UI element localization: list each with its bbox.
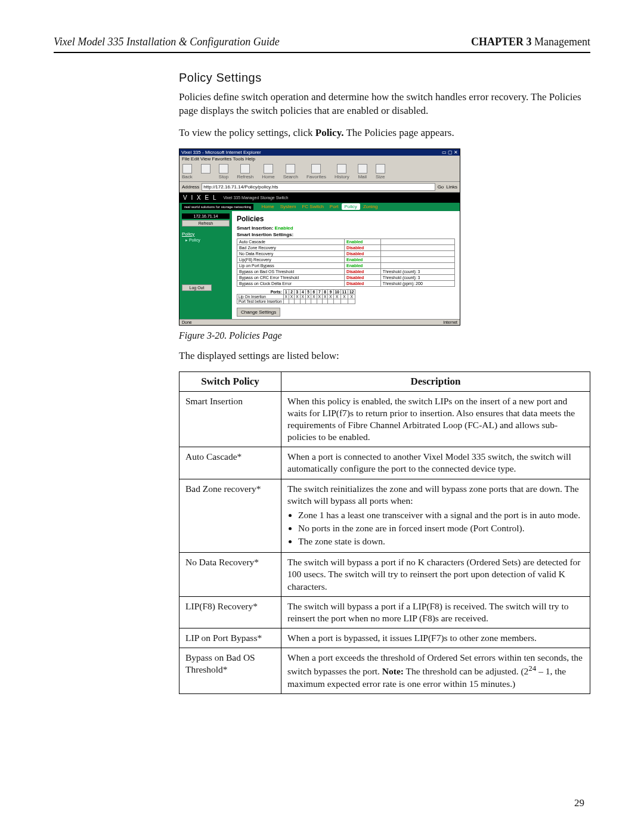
policy-name-cell: LIP(F8) Recovery* xyxy=(179,596,281,628)
policy-name-cell: Auto Cascade* xyxy=(179,447,281,479)
sidebar-section-policy[interactable]: Policy xyxy=(182,231,230,237)
toolbar-refresh-button[interactable]: Refresh xyxy=(237,164,253,179)
toolbar-icon xyxy=(311,164,321,174)
toolbar-size-button[interactable]: Size xyxy=(376,164,385,179)
tagline: real world solutions for storage network… xyxy=(182,204,253,210)
window-titlebar: Vixel 335 - Microsoft Internet Explorer … xyxy=(179,149,460,156)
policy-name-cell: No Data Recovery* xyxy=(179,553,281,596)
policy-desc-cell: When this policy is enabled, the switch … xyxy=(281,391,590,447)
go-button[interactable]: Go xyxy=(438,184,444,190)
tab-policy[interactable]: Policy xyxy=(342,203,360,210)
table-row: Lip(F8) RecoveryEnabled xyxy=(237,256,455,262)
table-row: LIP(F8) Recovery*The switch will bypass … xyxy=(179,596,590,628)
settings-table: Auto CascadeEnabledBad Zone RecoveryDisa… xyxy=(237,239,455,287)
browser-toolbar: BackStopRefreshHomeSearchFavoritesHistor… xyxy=(179,162,460,182)
policy-name-cell: Smart Insertion xyxy=(179,391,281,447)
window-controls-icon: ▭ ▢ ✕ xyxy=(442,150,458,155)
tab-zoning[interactable]: Zoning xyxy=(360,203,380,210)
sidebar: 172.16.71.14 Refresh Policy ▸ Policy Log… xyxy=(179,211,232,319)
policy-desc-cell: The switch reinitializes the zone and wi… xyxy=(281,479,590,553)
sidebar-ip: 172.16.71.14 xyxy=(182,213,230,219)
table-row: Bypass on Clock Delta ErrorDisabledThres… xyxy=(237,280,455,286)
policy-desc-cell: When a port is bypassed, it issues LIP(F… xyxy=(281,628,590,648)
table-row: Smart InsertionWhen this policy is enabl… xyxy=(179,391,590,447)
toolbar-mail-button[interactable]: Mail xyxy=(358,164,367,179)
policy-desc-cell: When a port is connected to another Vixe… xyxy=(281,447,590,479)
toolbar-icon xyxy=(182,164,192,174)
toolbar-history-button[interactable]: History xyxy=(335,164,349,179)
listed-below-text: The displayed settings are listed below: xyxy=(179,349,590,363)
intro-paragraph: Policies define switch operation and det… xyxy=(179,91,590,118)
toolbar-search-button[interactable]: Search xyxy=(283,164,298,179)
address-bar: Address Go Links xyxy=(179,182,460,193)
toolbar-icon xyxy=(286,164,295,174)
table-row: Auto CascadeEnabled xyxy=(237,239,455,244)
table-row: Port Test before Insertion xyxy=(237,299,355,304)
tab-port[interactable]: Port xyxy=(327,203,342,210)
policies-page-screenshot: Vixel 335 - Microsoft Internet Explorer … xyxy=(179,148,460,326)
internet-zone-icon: Internet xyxy=(443,320,457,324)
toolbar-icon xyxy=(219,164,228,174)
logout-button[interactable]: Log Out xyxy=(182,284,212,291)
toolbar-favorites-button[interactable]: Favorites xyxy=(306,164,326,179)
table-row: No Data Recovery*The switch will bypass … xyxy=(179,553,590,596)
links-label: Links xyxy=(446,184,457,190)
screenshot-main: Policies Smart Insertion: Enabled Smart … xyxy=(232,211,460,319)
table-row: No Data RecoveryDisabled xyxy=(237,250,455,256)
toolbar-home-button[interactable]: Home xyxy=(262,164,274,179)
policy-desc-cell: The switch will bypass a port if no K ch… xyxy=(281,553,590,596)
page-number: 29 xyxy=(574,797,584,809)
toolbar-icon xyxy=(201,164,210,174)
toolbar-icon xyxy=(240,164,250,174)
change-settings-button[interactable]: Change Settings xyxy=(237,308,280,317)
table-row: LIP on Port Bypass*When a port is bypass… xyxy=(179,628,590,648)
toolbar-back-button[interactable]: Back xyxy=(182,164,193,179)
col-header-description: Description xyxy=(281,371,590,391)
policy-description-table: Switch Policy Description Smart Insertio… xyxy=(179,371,590,694)
smart-insertion-status: Smart Insertion: Enabled xyxy=(237,225,455,231)
header-chapter: CHAPTER 3 Management xyxy=(471,36,590,48)
policy-desc-cell: When a port exceeds the threshold of Ord… xyxy=(281,648,590,694)
table-row: Lip On InsertionXXXXXXXXXXXX xyxy=(237,294,355,299)
policy-name-cell: Bad Zone recovery* xyxy=(179,479,281,553)
ports-table: Ports:123456789101112Lip On InsertionXXX… xyxy=(237,289,355,304)
toolbar-stop-button[interactable]: Stop xyxy=(219,164,228,179)
toolbar-icon xyxy=(337,164,346,174)
app-banner: V I X E L Vixel 335 Managed Storage Swit… xyxy=(179,193,460,203)
col-header-policy: Switch Policy xyxy=(179,371,281,391)
running-header: Vixel Model 335 Installation & Configura… xyxy=(54,36,590,53)
list-item: No ports in the zone are in forced inser… xyxy=(298,522,584,534)
refresh-button[interactable]: Refresh xyxy=(182,220,230,227)
table-row: Bypass on CRC Error ThresholdDisabledThr… xyxy=(237,274,455,280)
sis-subheading: Smart Insertion Settings: xyxy=(237,232,293,237)
list-item: Zone 1 has a least one transceiver with … xyxy=(298,509,584,521)
table-row: Auto Cascade*When a port is connected to… xyxy=(179,447,590,479)
tab-home[interactable]: Home xyxy=(258,203,277,210)
brand-logo: V I X E L xyxy=(183,194,217,201)
browser-menubar: File Edit View Favorites Tools Help xyxy=(179,156,460,162)
tab-system[interactable]: System xyxy=(277,203,299,210)
tab-fc-switch[interactable]: FC Switch xyxy=(299,203,326,210)
toolbar-icon xyxy=(376,164,385,174)
instruction-paragraph: To view the policy settings, click Polic… xyxy=(179,126,590,140)
toolbar-icon xyxy=(264,164,273,174)
table-row: Bad Zone RecoveryDisabled xyxy=(237,244,455,250)
toolbar-fwd-button[interactable] xyxy=(201,164,210,179)
toolbar-icon xyxy=(358,164,367,174)
list-item: The zone state is down. xyxy=(298,535,584,547)
table-row: Bypass on Bad OS Threshold*When a port e… xyxy=(179,648,590,694)
table-row: Bypass on Bad OS ThresholdDisabledThresh… xyxy=(237,268,455,274)
header-guide-title: Vixel Model 335 Installation & Configura… xyxy=(54,36,280,48)
sidebar-item-policy[interactable]: ▸ Policy xyxy=(182,238,230,243)
status-bar: Done Internet xyxy=(179,319,460,325)
table-row: Lip on Port BypassEnabled xyxy=(237,262,455,268)
table-row: Bad Zone recovery*The switch reinitializ… xyxy=(179,479,590,553)
policy-desc-cell: The switch will bypass a port if a LIP(F… xyxy=(281,596,590,628)
policy-name-cell: Bypass on Bad OS Threshold* xyxy=(179,648,281,694)
nav-tabs: real world solutions for storage network… xyxy=(179,203,460,211)
policies-heading: Policies xyxy=(237,215,455,223)
policy-name-cell: LIP on Port Bypass* xyxy=(179,628,281,648)
figure-caption: Figure 3-20. Policies Page xyxy=(179,330,590,341)
section-heading: Policy Settings xyxy=(179,71,590,85)
address-input[interactable] xyxy=(202,183,435,191)
